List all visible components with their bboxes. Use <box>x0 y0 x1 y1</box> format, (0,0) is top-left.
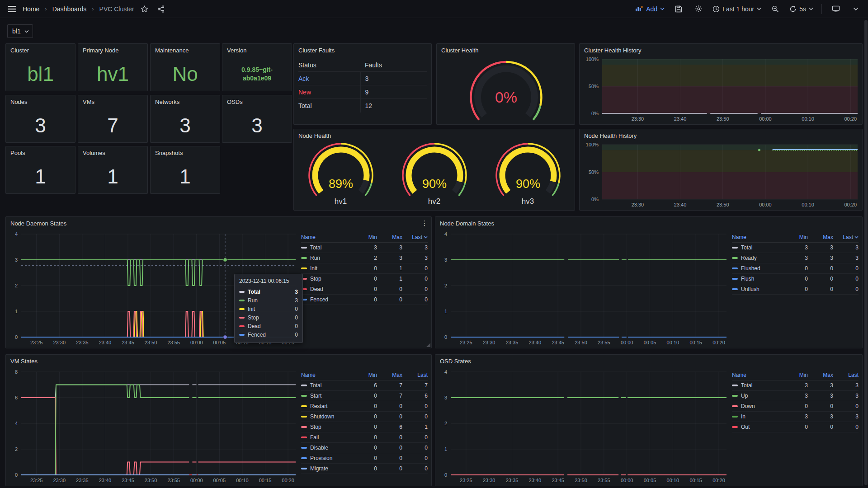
panel-title[interactable]: Nodes <box>10 99 28 105</box>
svg-text:23:50: 23:50 <box>145 478 157 483</box>
legend-series-toggle[interactable]: Up <box>732 393 783 399</box>
legend-series-toggle[interactable]: Total <box>301 244 352 251</box>
panel-title[interactable]: Snapshots <box>155 150 183 156</box>
legend-series-toggle[interactable]: Fail <box>301 434 352 441</box>
legend-series-toggle[interactable]: Migrate <box>301 465 352 472</box>
time-range-picker[interactable]: Last 1 hour <box>712 5 761 13</box>
cluster-health-history-chart[interactable]: 0%50%100%23:3023:4023:5000:0000:1000:20 <box>581 56 861 123</box>
tooltip-series-name: Init <box>248 306 292 312</box>
vm-states-chart[interactable]: 0246823:2523:3023:3523:4023:4523:5023:55… <box>8 368 299 485</box>
collapse-toolbar-button[interactable] <box>850 3 862 15</box>
legend-max: 0 <box>377 455 402 461</box>
tooltip-series-value: 3 <box>295 297 298 304</box>
legend-header-last[interactable]: Last <box>402 372 428 378</box>
legend-last: 0 <box>402 403 428 409</box>
dashboard-settings-button[interactable] <box>693 3 704 15</box>
panel-title[interactable]: Pools <box>10 150 25 156</box>
legend-series-toggle[interactable]: Restart <box>301 403 352 409</box>
legend-series-toggle[interactable]: Total <box>732 244 783 251</box>
panel-title[interactable]: Primary Node <box>83 47 118 54</box>
legend-header-last[interactable]: Last <box>833 372 859 378</box>
faults-header-faults[interactable]: Faults <box>360 58 427 71</box>
stat-panel-primary-node: Primary Node hv1 <box>78 43 148 91</box>
panel-menu-button[interactable]: ⋮ <box>420 219 429 227</box>
legend-series-toggle[interactable]: Init <box>301 265 352 272</box>
legend-series-toggle[interactable]: Stop <box>301 424 352 430</box>
legend-min: 3 <box>783 393 808 399</box>
refresh-controls[interactable]: 5s <box>789 5 813 13</box>
legend-header-name[interactable]: Name <box>732 234 783 240</box>
legend-series-toggle[interactable]: Out <box>732 424 783 430</box>
svg-text:23:55: 23:55 <box>598 478 610 483</box>
share-button[interactable] <box>155 3 167 15</box>
legend-series-toggle[interactable]: Total <box>301 382 352 389</box>
add-panel-icon <box>635 5 643 12</box>
legend-series-toggle[interactable]: Run <box>301 255 352 261</box>
panel-title[interactable]: OSD States <box>440 358 471 365</box>
legend-series-toggle[interactable]: Ready <box>732 255 783 261</box>
panel-title[interactable]: Cluster Health <box>441 47 478 54</box>
legend-series-toggle[interactable]: Shutdown <box>301 413 352 420</box>
panel-title[interactable]: OSDs <box>227 99 243 105</box>
panel-title[interactable]: Node Health <box>298 132 331 139</box>
legend-header-name[interactable]: Name <box>301 234 352 240</box>
legend-header-name[interactable]: Name <box>732 372 783 378</box>
kiosk-mode-button[interactable] <box>830 3 842 15</box>
legend-header-max[interactable]: Max <box>808 372 833 378</box>
panel-title[interactable]: Maintenance <box>155 47 189 54</box>
panel-title[interactable]: Cluster Health History <box>584 47 641 54</box>
vertical-scrollbar[interactable] <box>864 20 868 485</box>
legend-series-toggle[interactable]: Total <box>732 382 783 389</box>
add-button[interactable]: Add <box>635 5 665 13</box>
table-row: Total 12 <box>298 99 427 113</box>
legend-series-toggle[interactable]: Provision <box>301 455 352 461</box>
panel-title[interactable]: VMs <box>83 99 94 105</box>
svg-text:2: 2 <box>444 421 447 426</box>
legend-series-toggle[interactable]: Disable <box>301 445 352 451</box>
panel-title[interactable]: Cluster <box>10 47 29 54</box>
legend-series-toggle[interactable]: In <box>732 413 783 420</box>
panel-title[interactable]: Version <box>227 47 246 54</box>
zoom-out-time-button[interactable] <box>769 3 781 15</box>
legend-series-toggle[interactable]: Flush <box>732 276 783 282</box>
panel-resize-handle[interactable] <box>426 343 430 347</box>
legend-header-min[interactable]: Min <box>352 234 377 240</box>
panel-title[interactable]: Node Health History <box>584 132 637 139</box>
legend-header-last[interactable]: Last <box>833 234 859 240</box>
save-dashboard-button[interactable] <box>673 3 684 15</box>
legend-header-max[interactable]: Max <box>377 234 402 240</box>
legend-header-min[interactable]: Min <box>783 372 808 378</box>
legend-max: 0 <box>377 403 402 409</box>
legend-header-max[interactable]: Max <box>377 372 402 378</box>
breadcrumb-home[interactable]: Home <box>23 5 39 13</box>
panel-title[interactable]: Node Daemon States <box>10 220 66 227</box>
panel-title[interactable]: Node Domain States <box>440 220 494 227</box>
legend-header-min[interactable]: Min <box>783 234 808 240</box>
legend-header-name[interactable]: Name <box>301 372 352 378</box>
menu-toggle-button[interactable] <box>6 3 18 15</box>
legend-series-toggle[interactable]: Fenced <box>301 296 352 303</box>
legend-min: 0 <box>352 424 377 430</box>
panel-title[interactable]: Networks <box>155 99 179 105</box>
legend-header-last[interactable]: Last <box>402 234 428 240</box>
panel-title[interactable]: Volumes <box>83 150 105 156</box>
legend-header-min[interactable]: Min <box>352 372 377 378</box>
osd-states-chart[interactable]: 0123423:2523:3023:3523:4023:4523:5023:55… <box>437 368 730 485</box>
tooltip-series-value: 0 <box>295 306 298 312</box>
legend-series-toggle[interactable]: Flushed <box>732 265 783 272</box>
cluster-variable-dropdown[interactable]: bl1 <box>7 24 33 38</box>
legend-series-toggle[interactable]: Stop <box>301 276 352 282</box>
legend-series-toggle[interactable]: Down <box>732 403 783 409</box>
panel-title[interactable]: Cluster Faults <box>298 47 335 54</box>
legend-series-toggle[interactable]: Unflush <box>732 286 783 292</box>
panel-title[interactable]: VM States <box>10 358 38 365</box>
node-health-history-chart[interactable]: 0%50%100%23:3023:4023:5000:0000:1000:20 <box>581 141 861 209</box>
favorite-button[interactable] <box>139 3 151 15</box>
node-domain-chart[interactable]: 0123423:2523:3023:3523:4023:4523:5023:55… <box>437 230 730 347</box>
series-color-chip <box>301 436 307 438</box>
faults-header-status[interactable]: Status <box>298 61 360 69</box>
legend-series-toggle[interactable]: Dead <box>301 286 352 292</box>
breadcrumb-dashboards[interactable]: Dashboards <box>52 5 87 13</box>
legend-series-toggle[interactable]: Start <box>301 393 352 399</box>
legend-header-max[interactable]: Max <box>808 234 833 240</box>
